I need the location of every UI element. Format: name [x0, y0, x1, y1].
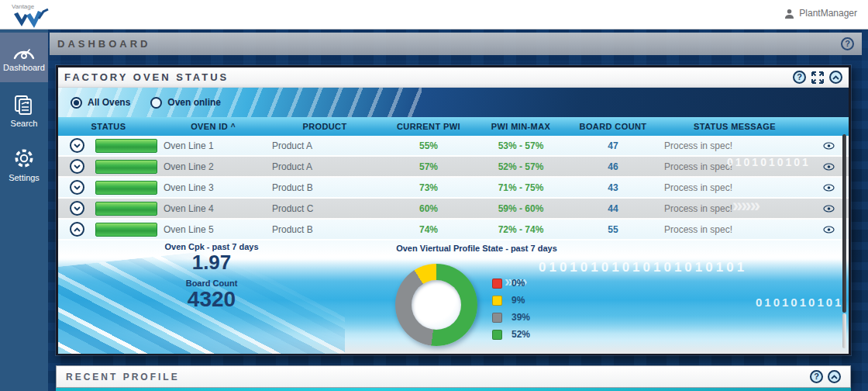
oven-id-cell: Oven Line 2	[159, 161, 267, 172]
oven-id-cell: Oven Line 4	[159, 203, 267, 214]
chevron-up-icon	[74, 227, 81, 232]
status-message-cell: Process in spec!	[660, 224, 810, 235]
column-header-current-pwi[interactable]: CURRENT PWI	[382, 122, 475, 131]
chevron-down-icon	[74, 144, 81, 148]
radio-all-ovens[interactable]: All Ovens	[71, 97, 130, 109]
donut-chart-title: Oven Viertual Profile State - past 7 day…	[345, 244, 608, 253]
binary-decoration: 01010101010101010101	[539, 260, 849, 275]
oven-filter-bar: All Ovens Oven online	[58, 88, 849, 117]
legend-item-green: 52%	[492, 326, 530, 343]
view-row-button[interactable]	[810, 226, 847, 234]
current-pwi-cell: 74%	[382, 224, 475, 235]
eye-icon	[823, 205, 835, 213]
collapse-row-button[interactable]	[70, 222, 84, 237]
panel-help-button[interactable]: ?	[793, 71, 806, 84]
legend-swatch-green	[492, 330, 502, 340]
oven-id-cell: Oven Line 3	[159, 182, 267, 193]
column-header-status[interactable]: STATUS	[58, 122, 159, 131]
dashboard-title-bar: DASHBOARD ?	[50, 33, 862, 55]
view-row-button[interactable]	[810, 205, 847, 213]
radio-oven-online[interactable]: Oven online	[150, 97, 221, 109]
product-cell: Product C	[267, 203, 382, 214]
recent-help-button[interactable]: ?	[810, 370, 823, 383]
board-count-label: Board Count	[150, 279, 274, 288]
eye-icon	[823, 226, 835, 234]
status-message-cell: Process in spec!	[660, 140, 810, 151]
sort-ascending-icon: ^	[231, 123, 236, 131]
legend-label: 0%	[512, 278, 525, 289]
chevron-decoration: »»»	[732, 195, 759, 216]
panel-title: FACTORY OVEN STATUS	[64, 71, 229, 83]
panel-collapse-button[interactable]	[829, 71, 842, 84]
table-row: Oven Line 3 Product B 73% 71% - 75% 43 P…	[58, 178, 849, 199]
product-cell: Product B	[267, 224, 382, 235]
column-header-status-message[interactable]: STATUS MESSAGE	[660, 122, 810, 131]
user-label: PlantManager	[799, 8, 857, 19]
user-icon	[784, 9, 794, 19]
board-count-cell: 46	[567, 161, 660, 172]
panel-header: FACTORY OVEN STATUS ?	[58, 67, 849, 88]
legend-swatch-yellow	[492, 296, 502, 306]
expand-row-button[interactable]	[70, 180, 84, 195]
pwi-min-max-cell: 53% - 57%	[475, 140, 567, 151]
panel-scrollbar	[842, 134, 846, 348]
view-row-button[interactable]	[810, 142, 847, 150]
legend-label: 39%	[512, 312, 530, 323]
eye-icon	[823, 184, 835, 192]
chevron-up-icon	[832, 75, 839, 80]
legend-label: 52%	[512, 329, 530, 340]
legend-item-red: 0%	[492, 275, 530, 292]
table-row-expanded: Oven Line 5 Product B 74% 72% - 74% 55 P…	[58, 220, 849, 240]
gear-icon	[12, 147, 36, 170]
column-header-pwi-min-max[interactable]: PWI MIN-MAX	[475, 122, 567, 131]
oven-line-5-detail: Oven Cpk - past 7 days 1.97 Board Count …	[58, 240, 849, 354]
profile-state-donut-chart	[395, 264, 477, 346]
chevron-down-icon	[74, 185, 81, 190]
legend-item-gray: 39%	[492, 309, 530, 326]
sidebar-item-label: Settings	[9, 173, 40, 182]
column-header-board-count[interactable]: BOARD COUNT	[567, 122, 660, 131]
status-indicator-bar	[95, 181, 157, 195]
recent-profile-title: RECENT PROFILE	[66, 372, 180, 382]
chevron-up-icon	[831, 375, 838, 379]
sidebar-item-label: Search	[11, 119, 38, 128]
expand-icon[interactable]	[811, 71, 824, 84]
table-row: Oven Line 4 Product C 60% 59% - 60% 44 P…	[58, 199, 849, 220]
expand-row-button[interactable]	[70, 159, 84, 174]
scrollbar-track[interactable]	[842, 313, 846, 348]
status-indicator-bar	[95, 223, 157, 237]
sidebar-item-dashboard[interactable]: Dashboard	[0, 33, 48, 82]
table-row: Oven Line 1 Product A 55% 53% - 57% 47 P…	[58, 136, 849, 157]
recent-collapse-button[interactable]	[828, 370, 841, 383]
view-row-button[interactable]	[810, 184, 847, 192]
panel-body: All Ovens Oven online STATUS OVEN ID ^ P…	[58, 88, 849, 354]
product-cell: Product A	[267, 161, 382, 172]
donut-legend: 0% 9% 39% 52%	[492, 275, 530, 343]
status-indicator-bar	[95, 202, 157, 216]
pwi-min-max-cell: 72% - 74%	[475, 224, 567, 235]
status-indicator-bar	[95, 139, 157, 153]
product-cell: Product A	[267, 140, 382, 151]
eye-icon	[823, 163, 835, 171]
user-menu[interactable]: PlantManager	[784, 8, 857, 19]
dashboard-help-button[interactable]: ?	[841, 37, 854, 50]
sidebar-item-settings[interactable]: Settings	[0, 140, 48, 189]
expand-row-button[interactable]	[70, 201, 84, 216]
legend-item-yellow: 9%	[492, 292, 530, 309]
recent-profile-panel: RECENT PROFILE ?	[56, 365, 851, 388]
expand-row-button[interactable]	[70, 138, 84, 153]
current-pwi-cell: 57%	[382, 161, 475, 172]
sidebar-item-label: Dashboard	[3, 63, 45, 72]
vantage-logo-icon	[12, 8, 53, 31]
pwi-min-max-cell: 71% - 75%	[475, 182, 567, 193]
scrollbar-thumb[interactable]	[842, 134, 846, 313]
column-header-oven-id[interactable]: OVEN ID ^	[159, 122, 267, 131]
legend-swatch-red	[492, 279, 502, 289]
sidebar: Dashboard Search Settings	[0, 29, 48, 391]
view-row-button[interactable]	[810, 163, 847, 171]
sidebar-item-search[interactable]: Search	[0, 86, 48, 136]
gauge-icon	[12, 43, 36, 60]
column-header-product[interactable]: PRODUCT	[267, 122, 382, 131]
product-cell: Product B	[267, 182, 382, 193]
board-count-value: 4320	[150, 288, 274, 312]
